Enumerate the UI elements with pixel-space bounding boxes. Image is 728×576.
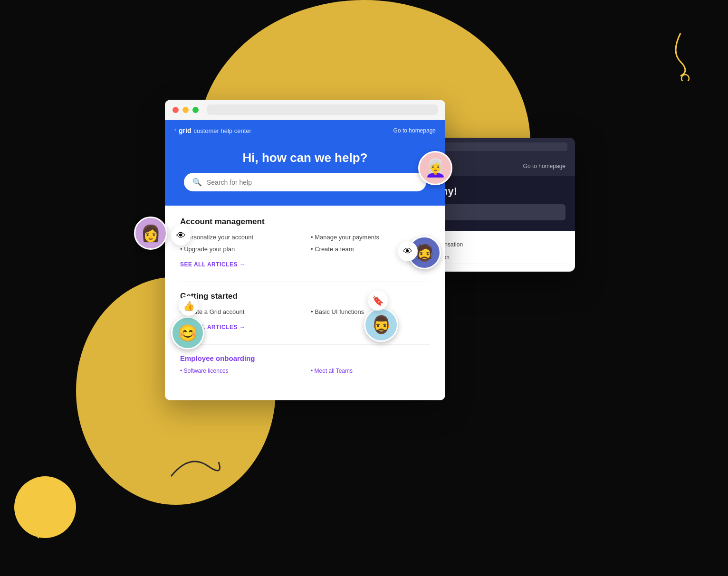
- squiggle-bottom-left: [29, 500, 76, 548]
- section-divider-2: [180, 344, 430, 345]
- avatar-man-smiling: 😊: [171, 316, 204, 349]
- brand-name: grid: [179, 127, 191, 134]
- brand-logo: ° grid customer help center: [174, 127, 251, 134]
- section-divider-1: [180, 282, 430, 282]
- go-to-homepage-link[interactable]: Go to homepage: [393, 127, 436, 134]
- section-title-account: Account management: [180, 217, 430, 227]
- avatar-woman-glasses: 👩‍🦳: [418, 151, 452, 185]
- avatar-woman-purple: 👩: [134, 217, 167, 250]
- back-go-to-homepage[interactable]: Go to homepage: [523, 163, 565, 170]
- search-input[interactable]: [207, 179, 418, 186]
- eye-icon-1: 👁: [176, 230, 186, 241]
- svg-point-0: [681, 75, 689, 81]
- browser-titlebar: [165, 100, 445, 120]
- thumbs-up-icon: 👍: [183, 300, 195, 312]
- account-articles-list: Personalize your account Manage your pay…: [180, 232, 430, 254]
- section-title-started: Getting started: [180, 292, 430, 301]
- tl-yellow[interactable]: [182, 107, 189, 113]
- article-software[interactable]: Software licences: [180, 366, 299, 376]
- eye-icon-2: 👁: [403, 246, 412, 257]
- see-all-account[interactable]: SEE ALL ARTICLES →: [180, 261, 245, 268]
- tl-red[interactable]: [172, 107, 179, 113]
- bookmark-badge: 🔖: [368, 291, 388, 311]
- search-icon: 🔍: [192, 178, 202, 187]
- article-teams[interactable]: Meet all Teams: [311, 366, 430, 376]
- help-hero-title: Hi, how can we help?: [184, 151, 426, 165]
- help-hero: Hi, how can we help? 🔍: [165, 141, 445, 206]
- section-employee: Employee onboarding Software licences Me…: [180, 354, 430, 376]
- squiggle-top-right: [633, 24, 690, 81]
- tl-green[interactable]: [192, 107, 199, 113]
- svg-point-1: [34, 504, 40, 511]
- article-personalize[interactable]: Personalize your account: [180, 232, 299, 242]
- section-account-management: Account management Personalize your acco…: [180, 217, 430, 268]
- search-bar: 🔍: [184, 173, 426, 191]
- employee-articles-list: Software licences Meet all Teams: [180, 366, 430, 376]
- back-url-bar: [436, 142, 567, 151]
- bookmark-icon: 🔖: [372, 295, 384, 306]
- eye-icon-badge-1: 👁: [171, 226, 191, 246]
- brand-dot: °: [174, 128, 176, 133]
- brand-subtitle: customer help center: [193, 127, 251, 134]
- help-center-header: ° grid customer help center Go to homepa…: [165, 120, 445, 141]
- help-content: Account management Personalize your acco…: [165, 206, 445, 400]
- section-title-employee: Employee onboarding: [180, 354, 430, 362]
- article-upgrade[interactable]: Upgrade your plan: [180, 244, 299, 254]
- avatar-man-beard: 🧔‍♂️: [364, 308, 398, 342]
- thumbs-up-badge: 👍: [179, 296, 199, 316]
- eye-icon-badge-2: 👁: [398, 241, 418, 261]
- squiggle-bottom-center: [166, 443, 228, 481]
- url-bar[interactable]: [207, 104, 438, 115]
